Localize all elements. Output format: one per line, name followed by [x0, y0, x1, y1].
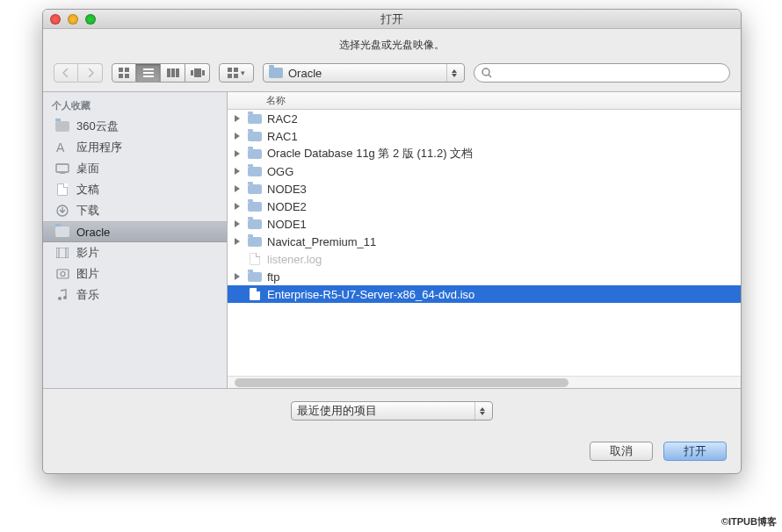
sidebar-item-label: 图片: [76, 266, 99, 282]
disclosure-triangle-icon[interactable]: [235, 185, 243, 192]
documents-icon: [55, 183, 69, 197]
disclosure-triangle-icon[interactable]: [235, 133, 243, 140]
titlebar[interactable]: 打开: [43, 10, 741, 29]
svg-rect-23: [56, 248, 69, 258]
sidebar-item-applications[interactable]: A 应用程序: [43, 137, 227, 158]
back-button[interactable]: [54, 63, 78, 83]
downloads-icon: [55, 204, 69, 218]
grid-icon: [228, 68, 238, 78]
svg-rect-6: [143, 75, 154, 77]
pictures-icon: [55, 267, 69, 281]
sidebar-item-music[interactable]: 音乐: [43, 284, 227, 306]
movies-icon: [55, 246, 69, 260]
applications-icon: A: [55, 140, 69, 155]
sidebar-item-360cloud[interactable]: 360云盘: [43, 116, 227, 137]
folder-icon: [248, 167, 262, 176]
sidebar-item-downloads[interactable]: 下载: [43, 200, 227, 221]
disclosure-triangle-icon[interactable]: [235, 238, 243, 245]
list-item[interactable]: NODE1: [228, 215, 741, 233]
arrange-group: ▾: [219, 63, 254, 83]
sidebar-item-movies[interactable]: 影片: [43, 242, 227, 263]
search-input[interactable]: [496, 66, 722, 80]
svg-rect-14: [234, 68, 238, 72]
view-icon-button[interactable]: [112, 63, 136, 83]
popup-arrows-icon: [446, 64, 460, 82]
recent-items-popup[interactable]: 最近使用的项目: [291, 401, 493, 421]
scrollbar-thumb[interactable]: [235, 378, 568, 387]
sidebar-item-label: Oracle: [76, 226, 110, 239]
view-list-button[interactable]: [136, 63, 161, 83]
svg-rect-15: [228, 74, 232, 78]
view-mode-group: [112, 63, 210, 83]
disclosure-triangle-icon[interactable]: [235, 150, 243, 157]
minimize-button[interactable]: [68, 14, 78, 25]
desktop-icon: [55, 162, 69, 176]
list-item[interactable]: Navicat_Premium_11: [228, 233, 741, 250]
svg-point-28: [58, 297, 62, 300]
svg-rect-26: [57, 270, 69, 278]
sidebar-item-desktop[interactable]: 桌面: [43, 158, 227, 179]
file-list[interactable]: RAC2 RAC1 Oracle Database 11g 第 2 版 (11.…: [228, 110, 741, 376]
search-icon: [482, 68, 492, 78]
sidebar-item-label: 桌面: [76, 161, 99, 176]
list-item[interactable]: OGG: [228, 162, 741, 180]
music-icon: [55, 288, 69, 302]
svg-rect-20: [56, 164, 69, 172]
close-button[interactable]: [50, 14, 61, 25]
disclosure-triangle-icon[interactable]: [235, 220, 243, 227]
disclosure-triangle-icon[interactable]: [235, 115, 243, 122]
list-item[interactable]: NODE3: [228, 180, 741, 198]
cancel-button[interactable]: 取消: [590, 442, 653, 461]
list-item[interactable]: Enterprise-R5-U7-Server-x86_64-dvd.iso: [228, 285, 741, 303]
svg-rect-12: [202, 70, 205, 75]
svg-rect-10: [191, 70, 193, 75]
disclosure-triangle-icon[interactable]: [235, 273, 243, 280]
svg-rect-7: [167, 68, 170, 77]
document-icon: [250, 253, 260, 265]
document-icon: [250, 288, 260, 300]
list-item[interactable]: RAC1: [228, 127, 741, 145]
svg-rect-13: [228, 68, 232, 72]
sidebar-item-label: 文稿: [76, 182, 99, 198]
chevron-right-icon: [87, 68, 94, 77]
folder-icon: [248, 149, 262, 159]
sidebar-item-pictures[interactable]: 图片: [43, 263, 227, 284]
open-button[interactable]: 打开: [663, 442, 727, 461]
column-header-name[interactable]: 名称: [228, 92, 741, 110]
popup-arrows-icon: [474, 402, 489, 420]
sidebar-item-label: 360云盘: [76, 119, 119, 134]
list-item[interactable]: ftp: [228, 268, 741, 285]
search-field[interactable]: [474, 63, 730, 83]
list-item[interactable]: NODE2: [228, 198, 741, 215]
window-controls: [50, 14, 96, 25]
view-column-button[interactable]: [161, 63, 185, 83]
instruction-text: 选择光盘或光盘映像。: [43, 29, 741, 60]
arrange-button[interactable]: ▾: [219, 63, 254, 83]
sidebar-item-oracle[interactable]: Oracle: [43, 221, 227, 242]
disclosure-triangle-icon[interactable]: [235, 203, 243, 210]
list-view-icon: [143, 68, 154, 77]
sidebar[interactable]: 个人收藏 360云盘 A 应用程序 桌面 文稿 下载: [43, 92, 228, 388]
horizontal-scrollbar[interactable]: [228, 376, 741, 388]
column-view-icon: [167, 68, 179, 77]
watermark: ©ITPUB博客: [721, 515, 777, 528]
recent-label: 最近使用的项目: [297, 403, 469, 419]
svg-rect-2: [119, 74, 123, 78]
svg-text:A: A: [56, 141, 65, 155]
svg-rect-4: [143, 68, 154, 70]
folder-icon: [248, 219, 262, 229]
sidebar-item-label: 影片: [76, 245, 99, 261]
sidebar-item-documents[interactable]: 文稿: [43, 179, 227, 200]
open-dialog-window: 打开 选择光盘或光盘映像。: [42, 9, 742, 474]
file-pane: 名称 RAC2 RAC1 Oracle Database 11g 第 2 版 (…: [228, 92, 741, 388]
window-title: 打开: [43, 11, 741, 27]
disclosure-triangle-icon[interactable]: [235, 168, 243, 175]
path-popup[interactable]: Oracle: [263, 63, 465, 83]
view-coverflow-button[interactable]: [185, 63, 210, 83]
forward-button[interactable]: [78, 63, 103, 83]
list-item[interactable]: RAC2: [228, 110, 741, 127]
list-item[interactable]: Oracle Database 11g 第 2 版 (11.2) 文档: [228, 145, 741, 162]
folder-icon: [248, 237, 262, 247]
svg-rect-11: [194, 68, 201, 77]
zoom-button[interactable]: [85, 14, 96, 25]
